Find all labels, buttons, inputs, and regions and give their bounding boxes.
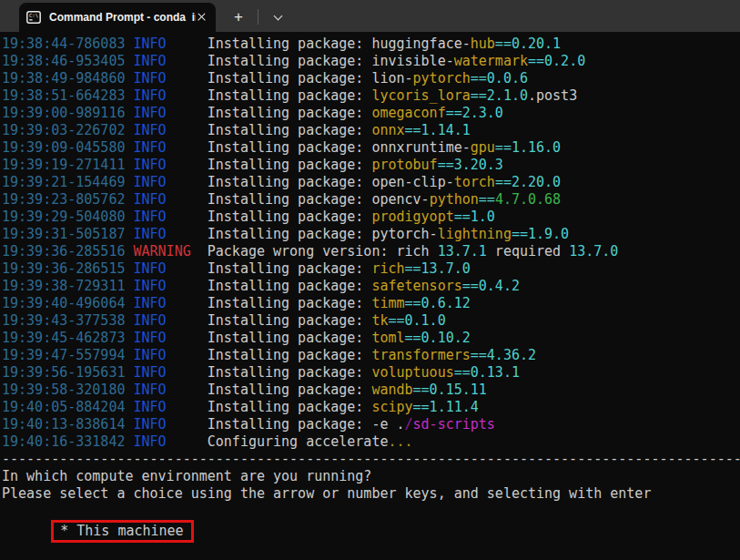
log-level: INFO — [125, 347, 207, 364]
log-line: 19:39:00-989116 INFO Installing package:… — [2, 105, 740, 122]
log-line: 19:39:47-557994 INFO Installing package:… — [2, 347, 740, 364]
log-line: 19:39:03-226702 INFO Installing package:… — [2, 122, 740, 139]
log-timestamp: 19:38:51-664283 — [2, 87, 125, 104]
log-line: 19:39:43-377538 INFO Installing package:… — [2, 312, 740, 330]
log-line: 19:39:29-504080 INFO Installing package:… — [2, 209, 740, 226]
log-timestamp: 19:40:05-884204 — [2, 399, 125, 415]
separator-line: ----------------------------------------… — [2, 451, 740, 468]
log-line: 19:39:09-045580 INFO Installing package:… — [2, 139, 740, 157]
titlebar-divider — [258, 9, 258, 25]
log-level: INFO — [125, 174, 207, 191]
close-icon[interactable] — [196, 11, 208, 24]
log-line: 19:39:36-286515 INFO Installing package:… — [2, 260, 740, 278]
svg-text:C:\: C:\ — [29, 13, 38, 18]
log-level: INFO — [125, 36, 207, 53]
log-timestamp: 19:39:23-805762 — [2, 191, 125, 208]
log-line: 19:39:31-505187 INFO Installing package:… — [2, 226, 740, 243]
log-line: 19:39:45-462873 INFO Installing package:… — [2, 330, 740, 347]
log-timestamp: 19:39:00-989116 — [2, 105, 125, 121]
log-timestamp: 19:39:36-286515 — [2, 260, 125, 277]
log-timestamp: 19:39:29-504080 — [2, 209, 125, 225]
log-level: INFO — [125, 416, 207, 433]
log-level: INFO — [125, 399, 207, 416]
log-level: INFO — [125, 53, 207, 70]
log-line: 19:40:13-838614 INFO Installing package:… — [2, 416, 740, 433]
tab-title: Command Prompt - conda in — [49, 11, 196, 24]
log-timestamp: 19:39:31-505187 — [2, 226, 125, 242]
log-level: INFO — [125, 157, 207, 174]
log-timestamp: 19:39:40-496064 — [2, 295, 125, 311]
log-level: INFO — [125, 70, 207, 87]
log-lines: 19:38:44-786083 INFO Installing package:… — [2, 36, 740, 451]
tab-command-prompt[interactable]: C:\ Command Prompt - conda in — [19, 3, 216, 32]
log-level: INFO — [125, 330, 207, 347]
log-level: INFO — [125, 87, 207, 105]
log-line: 19:39:56-195631 INFO Installing package:… — [2, 364, 740, 382]
log-timestamp: 19:39:19-271411 — [2, 157, 125, 173]
log-level: INFO — [125, 433, 207, 451]
log-timestamp: 19:39:47-557994 — [2, 347, 125, 363]
log-level: WARNING — [125, 243, 207, 260]
log-line: 19:39:38-729311 INFO Installing package:… — [2, 278, 740, 295]
log-level: INFO — [125, 105, 207, 122]
log-line: 19:39:36-285516 WARNING Package wrong ve… — [2, 243, 740, 260]
log-level: INFO — [125, 295, 207, 312]
log-timestamp: 19:39:09-045580 — [2, 139, 125, 156]
log-level: INFO — [125, 364, 207, 382]
log-timestamp: 19:39:36-285516 — [2, 243, 125, 260]
log-timestamp: 19:39:43-377538 — [2, 312, 125, 329]
log-line: 19:39:21-154469 INFO Installing package:… — [2, 174, 740, 191]
log-level: INFO — [125, 382, 207, 399]
log-timestamp: 19:38:49-984860 — [2, 70, 125, 87]
terminal-content: 19:38:44-786083 INFO Installing package:… — [0, 32, 740, 560]
new-tab-button[interactable]: + — [224, 3, 253, 32]
log-timestamp: 19:39:38-729311 — [2, 278, 125, 294]
log-level: INFO — [125, 312, 207, 330]
option-row: * This machinee — [2, 503, 740, 560]
log-line: 19:39:40-496064 INFO Installing package:… — [2, 295, 740, 312]
cmd-icon: C:\ — [26, 10, 41, 25]
option-label: * This machinee — [60, 523, 183, 539]
log-level: INFO — [125, 191, 207, 209]
log-line: 19:40:05-884204 INFO Installing package:… — [2, 399, 740, 416]
log-line: 19:39:58-320180 INFO Installing package:… — [2, 382, 740, 399]
terminal-window: C:\ Command Prompt - conda in + 19:38:44… — [0, 0, 740, 560]
log-line: 19:40:16-331842 INFO Configuring acceler… — [2, 433, 740, 451]
log-timestamp: 19:40:13-838614 — [2, 416, 125, 433]
chevron-down-icon — [273, 11, 282, 20]
log-timestamp: 19:38:44-786083 — [2, 36, 125, 52]
log-level: INFO — [125, 122, 207, 139]
tab-dropdown-button[interactable] — [263, 3, 292, 32]
option-this-machine[interactable]: * This machinee — [51, 520, 193, 543]
log-level: INFO — [125, 226, 207, 243]
log-timestamp: 19:39:03-226702 — [2, 122, 125, 138]
log-timestamp: 19:38:46-953405 — [2, 53, 125, 69]
log-line: 19:39:19-271411 INFO Installing package:… — [2, 157, 740, 174]
log-line: 19:38:51-664283 INFO Installing package:… — [2, 87, 740, 105]
prompt-question: In which compute environment are you run… — [2, 468, 740, 485]
log-line: 19:38:44-786083 INFO Installing package:… — [2, 36, 740, 53]
log-timestamp: 19:39:21-154469 — [2, 174, 125, 190]
log-level: INFO — [125, 139, 207, 157]
log-timestamp: 19:39:58-320180 — [2, 382, 125, 398]
log-level: INFO — [125, 209, 207, 226]
log-timestamp: 19:40:16-331842 — [2, 433, 125, 450]
log-timestamp: 19:39:56-195631 — [2, 364, 125, 381]
log-timestamp: 19:39:45-462873 — [2, 330, 125, 346]
log-line: 19:38:46-953405 INFO Installing package:… — [2, 53, 740, 70]
log-level: INFO — [125, 260, 207, 278]
log-line: 19:38:49-984860 INFO Installing package:… — [2, 70, 740, 87]
log-line: 19:39:23-805762 INFO Installing package:… — [2, 191, 740, 209]
log-level: INFO — [125, 278, 207, 295]
prompt-instruction: Please select a choice using the arrow o… — [2, 485, 740, 503]
titlebar[interactable]: C:\ Command Prompt - conda in + — [0, 0, 740, 32]
